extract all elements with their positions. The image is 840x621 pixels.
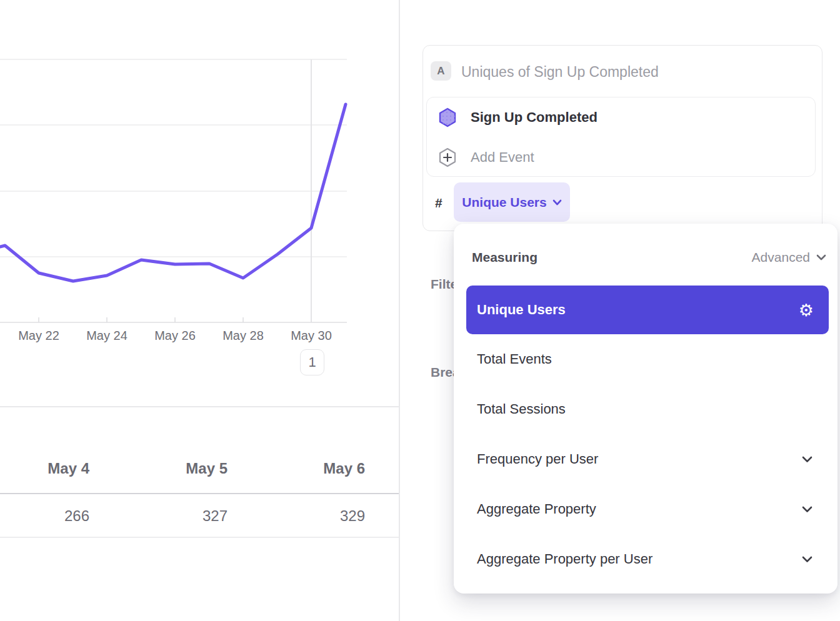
measurement-chip[interactable]: Unique Users [454,182,570,222]
advanced-label: Advanced [752,250,810,265]
menu-item-label: Frequency per User [477,451,802,467]
table-value-cell: 327 [89,507,228,525]
pane-divider [399,0,400,621]
chevron-down-icon [552,199,562,206]
line-chart [0,0,399,406]
pagination-badge[interactable]: 1 [300,349,324,375]
menu-item-aggregate-property[interactable]: Aggregate Property [466,484,829,534]
chevron-down-icon [802,556,812,563]
table-value-cell: 329 [228,507,365,525]
query-title: Uniques of Sign Up Completed [461,62,659,81]
event-name: Sign Up Completed [471,109,598,126]
menu-item-label: Total Sessions [477,401,829,417]
x-tick-label: May 30 [274,329,349,343]
add-event-row[interactable]: Add Event [427,137,815,177]
gear-icon[interactable]: ⚙ [799,302,814,319]
table-header-cell[interactable]: May 6 [228,460,365,477]
series-letter-badge: A [431,61,451,81]
chevron-down-icon [802,456,812,463]
event-card: Sign Up Completed Add Event [426,97,816,177]
table-top-divider [0,406,399,407]
table-header-cell[interactable]: May 4 [0,460,89,477]
chart-ticks [39,317,243,322]
menu-item-frequency-per-user[interactable]: Frequency per User [466,434,829,484]
table-header-cell[interactable]: May 5 [89,460,228,477]
measurement-chip-label: Unique Users [462,195,546,210]
add-event-label: Add Event [471,149,534,166]
menu-item-total-events[interactable]: Total Events [466,334,829,384]
menu-item-unique-users-selected[interactable]: Unique Users ⚙ [466,286,829,334]
menu-item-label: Aggregate Property [477,501,802,517]
chart-gridlines [0,59,347,257]
table-value-cell: 266 [0,507,89,525]
table-row-divider [0,537,399,538]
event-row-sign-up-completed[interactable]: Sign Up Completed [427,97,815,137]
x-tick-label: May 28 [206,329,281,343]
insights-screen: May 22 May 24 May 26 May 28 May 30 1 May… [0,0,840,621]
menu-item-aggregate-property-per-user[interactable]: Aggregate Property per User [466,534,829,584]
table-header-divider [0,493,399,494]
hexagon-icon [438,107,458,127]
dropdown-header: Measuring [472,250,538,265]
menu-item-total-sessions[interactable]: Total Sessions [466,384,829,434]
selected-item-label: Unique Users [477,302,799,318]
measuring-dropdown: Measuring Advanced Unique Users ⚙ Total … [454,224,838,594]
chevron-down-icon [802,506,812,513]
chart-series-line[interactable] [0,104,346,281]
advanced-mode-selector[interactable]: Advanced [752,250,826,265]
x-tick-label: May 26 [138,329,212,343]
menu-item-label: Total Events [477,351,829,367]
x-tick-label: May 22 [1,329,76,343]
x-tick-label: May 24 [69,329,144,343]
plus-hexagon-icon [438,147,458,167]
measurement-hash-symbol: # [435,196,442,211]
menu-item-label: Aggregate Property per User [477,551,802,567]
chevron-down-icon [816,254,826,261]
